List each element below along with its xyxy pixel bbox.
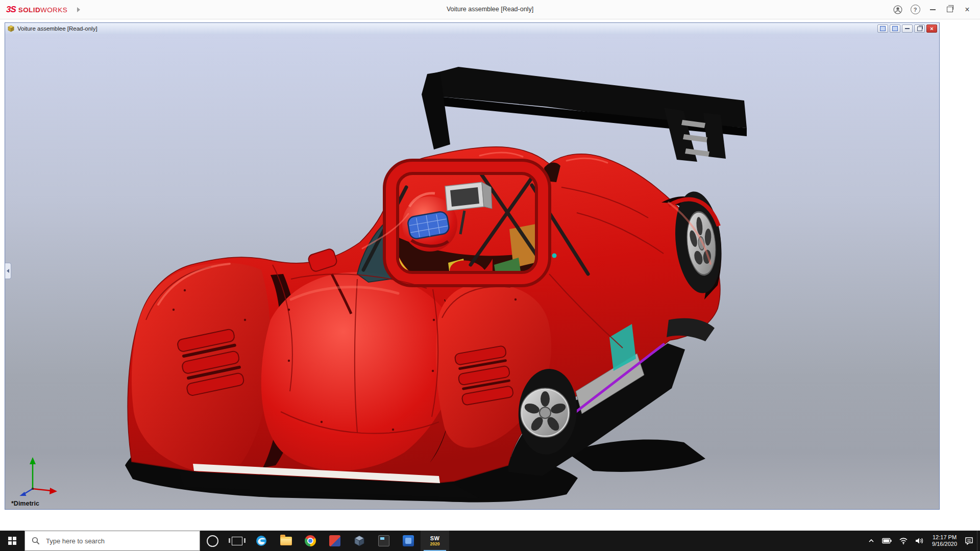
taskbar-search[interactable] xyxy=(24,531,200,551)
user-account-icon xyxy=(893,5,903,15)
car-3d-model[interactable] xyxy=(5,34,939,509)
media-app-icon xyxy=(329,535,340,546)
hidden-icons-button[interactable] xyxy=(864,531,878,551)
taskbar-app-chrome[interactable] xyxy=(298,531,323,551)
battery-button[interactable] xyxy=(878,531,895,551)
taskbar-app-solidworks[interactable] xyxy=(347,531,372,551)
start-button[interactable] xyxy=(0,531,24,551)
taskbar-app-sw2020[interactable]: SW 2020 xyxy=(421,531,449,551)
app-titlebar: 3S SOLIDWORKS Voiture assemblee [Read-on… xyxy=(0,0,980,19)
document-window-controls: × xyxy=(877,24,937,33)
help-icon: ? xyxy=(911,5,920,14)
user-account-button[interactable] xyxy=(889,0,906,19)
doc-minimize-icon xyxy=(905,28,910,29)
taskbar-app-terminal[interactable] xyxy=(372,531,396,551)
window-tile-icon xyxy=(892,26,898,31)
restore-icon xyxy=(947,7,953,12)
clock-time: 12:17 PM xyxy=(932,534,957,541)
network-icon xyxy=(899,537,908,544)
fender-vents-right xyxy=(454,345,513,406)
orientation-triad-icon xyxy=(11,453,60,496)
start-icon xyxy=(8,537,16,545)
taskbar-clock[interactable]: 12:17 PM 9/16/2020 xyxy=(928,531,961,551)
feature-tree-collapse-tab[interactable] xyxy=(5,263,11,279)
assembly-cube-icon xyxy=(7,25,15,32)
solidworks-app-icon xyxy=(353,535,365,547)
doc-restore-icon xyxy=(917,27,922,31)
task-view-icon xyxy=(232,537,242,545)
taskbar-app-file-explorer[interactable] xyxy=(274,531,298,551)
document-window: Voiture assemblee [Read-only] × xyxy=(5,22,940,510)
terminal-app-icon xyxy=(378,535,389,546)
rear-wing[interactable] xyxy=(422,67,747,162)
sw-2020-icon: SW xyxy=(430,535,440,541)
doc-tile-button-1[interactable] xyxy=(877,24,888,33)
taskbar-app-photos[interactable] xyxy=(396,531,421,551)
document-title: Voiture assemblee [Read-only] xyxy=(17,26,97,32)
windows-taskbar: SW 2020 xyxy=(0,531,980,551)
search-icon xyxy=(32,537,40,545)
doc-minimize-button[interactable] xyxy=(902,24,913,33)
volume-icon xyxy=(915,537,924,544)
show-desktop-button[interactable] xyxy=(977,531,980,551)
action-center-icon xyxy=(965,537,973,545)
document-titlebar[interactable]: Voiture assemblee [Read-only] × xyxy=(5,23,939,35)
minimize-button[interactable] xyxy=(924,0,941,19)
window-tile-icon xyxy=(880,26,886,31)
sw-2020-year-label: 2020 xyxy=(430,541,440,546)
network-button[interactable] xyxy=(895,531,912,551)
help-button[interactable]: ? xyxy=(906,0,924,19)
close-button[interactable]: × xyxy=(959,0,976,19)
action-center-button[interactable] xyxy=(961,531,977,551)
taskbar-app-media[interactable] xyxy=(323,531,347,551)
screen: 3S SOLIDWORKS Voiture assemblee [Read-on… xyxy=(0,0,980,551)
doc-tile-button-2[interactable] xyxy=(890,24,900,33)
cortana-icon xyxy=(207,535,218,547)
task-view-button[interactable] xyxy=(225,531,249,551)
cortana-button[interactable] xyxy=(200,531,225,551)
doc-close-button[interactable]: × xyxy=(926,24,937,33)
file-explorer-icon xyxy=(280,537,292,545)
view-orientation-label: *Dimetric xyxy=(11,500,39,507)
minimize-icon xyxy=(930,9,936,10)
photos-app-icon xyxy=(403,535,414,546)
system-tray: 12:17 PM 9/16/2020 xyxy=(864,531,980,551)
tray-up-icon xyxy=(868,537,875,544)
graphics-viewport[interactable]: *Dimetric xyxy=(5,34,939,509)
edge-icon xyxy=(255,535,267,547)
collapse-panel-icon xyxy=(7,269,9,273)
taskbar-app-edge[interactable] xyxy=(249,531,274,551)
doc-restore-button[interactable] xyxy=(914,24,925,33)
app-window-title: Voiture assemblee [Read-only] xyxy=(0,0,980,19)
search-input[interactable] xyxy=(45,537,190,545)
close-icon: × xyxy=(965,6,969,14)
volume-button[interactable] xyxy=(912,531,928,551)
app-window-controls: ? × xyxy=(889,0,976,19)
restore-button[interactable] xyxy=(941,0,959,19)
clock-date: 9/16/2020 xyxy=(932,541,957,548)
chrome-icon xyxy=(305,535,316,546)
battery-icon xyxy=(882,538,892,544)
